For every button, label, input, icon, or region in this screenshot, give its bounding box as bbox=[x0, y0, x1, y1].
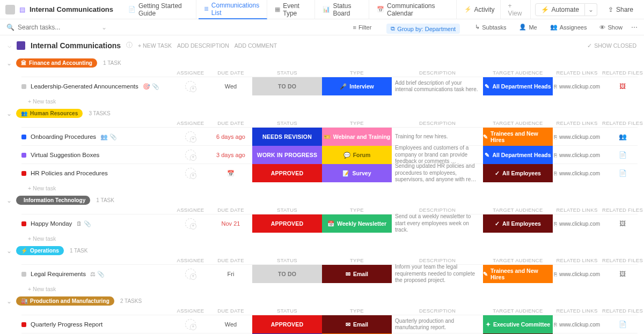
group-pill[interactable]: Information Technology bbox=[16, 196, 90, 205]
group-collapse-button[interactable]: ⌄ bbox=[6, 197, 12, 204]
status-cell[interactable]: APPROVED bbox=[252, 164, 322, 182]
groupby-button[interactable]: ⧉Group by: Department bbox=[386, 24, 460, 34]
status-square-icon[interactable] bbox=[21, 135, 26, 139]
tab-status-board[interactable]: 📊Status Board bbox=[317, 0, 369, 19]
status-cell[interactable]: APPROVED bbox=[252, 214, 322, 233]
add-assignee-icon[interactable] bbox=[185, 319, 196, 330]
search-caret-icon[interactable]: ⌄ bbox=[101, 24, 107, 31]
related-files-cell[interactable]: 🖼 bbox=[601, 220, 644, 227]
task-row[interactable]: Leadership-Generated Announcements 🎯 📎 W… bbox=[21, 77, 638, 95]
new-task-row[interactable]: + New task bbox=[28, 286, 638, 292]
tab-communications-calendar[interactable]: 📅Communications Calendar bbox=[371, 0, 456, 19]
automate-caret-button[interactable]: ⌄ bbox=[585, 3, 597, 16]
task-row[interactable]: Onboarding Procedures 👥 📎 6 days ago NEE… bbox=[21, 127, 638, 145]
new-task-row[interactable]: + New task bbox=[28, 235, 638, 242]
automate-button[interactable]: ⚡ Automate bbox=[535, 3, 585, 16]
target-audience-cell[interactable]: ✎All Department Heads bbox=[483, 146, 553, 164]
add-assignee-icon[interactable] bbox=[185, 269, 196, 279]
target-audience-cell[interactable]: ✎All Department Heads bbox=[483, 77, 553, 95]
description-cell[interactable]: Employees and customers of a company or … bbox=[392, 145, 483, 165]
group-collapse-button[interactable]: ⌄ bbox=[6, 60, 12, 67]
add-description-button[interactable]: ADD DESCRIPTION bbox=[177, 42, 229, 49]
group-pill[interactable]: 🏭 Production and Manufacturing bbox=[16, 296, 114, 306]
description-cell[interactable]: Inform your team the legal requirements … bbox=[392, 264, 483, 284]
info-icon[interactable]: ⓘ bbox=[126, 41, 133, 50]
status-square-icon[interactable] bbox=[21, 221, 26, 226]
related-link-cell[interactable]: ⎘www.clickup.com bbox=[553, 84, 601, 90]
description-cell[interactable]: Sending updated HR policies and procedur… bbox=[392, 163, 483, 183]
description-cell[interactable]: Training for new hires. bbox=[392, 133, 483, 140]
group-pill[interactable]: 👥 Human Resources bbox=[16, 109, 83, 118]
assignee-cell[interactable] bbox=[172, 81, 209, 92]
tab-activity[interactable]: ⚡Activity bbox=[459, 0, 501, 19]
due-date-cell[interactable]: Wed bbox=[209, 83, 252, 90]
task-title[interactable]: Legal Requirements bbox=[31, 271, 86, 277]
add-assignee-icon[interactable] bbox=[185, 81, 196, 92]
type-cell[interactable]: ✉Email bbox=[322, 265, 392, 283]
related-files-cell[interactable]: 🖼 bbox=[601, 83, 644, 90]
task-attachment-icons[interactable]: 👥 📎 bbox=[100, 133, 117, 140]
task-row[interactable]: Legal Requirements ⚖ 📎 Fri TO DO ✉Email … bbox=[21, 264, 638, 283]
task-row[interactable]: Happy Monday 🗓 📎 Nov 21 APPROVED 📅Weekly… bbox=[21, 214, 638, 232]
due-date-cell[interactable]: Fri bbox=[209, 271, 252, 277]
target-audience-cell[interactable]: ✎Trainees and New Hires bbox=[483, 265, 553, 283]
status-square-icon[interactable] bbox=[21, 322, 26, 327]
due-date-cell[interactable]: Wed bbox=[209, 321, 252, 328]
target-audience-cell[interactable]: ✎Trainees and New Hires bbox=[483, 128, 553, 146]
target-audience-cell[interactable]: ✦Executive Committee bbox=[483, 315, 553, 333]
related-link-cell[interactable]: ⎘www.clickup.com bbox=[553, 322, 601, 328]
task-title[interactable]: Quarterly Progress Report bbox=[31, 321, 103, 328]
status-square-icon[interactable] bbox=[21, 84, 26, 89]
related-files-cell[interactable]: 📄 bbox=[601, 169, 644, 177]
assignee-cell[interactable] bbox=[172, 319, 209, 330]
show-closed-button[interactable]: ✓SHOW CLOSED bbox=[587, 42, 636, 49]
due-date-cell[interactable]: 3 days ago bbox=[209, 152, 252, 158]
new-task-row[interactable]: + New task bbox=[28, 185, 638, 191]
status-square-icon[interactable] bbox=[21, 153, 26, 158]
status-square-icon[interactable] bbox=[21, 272, 26, 277]
related-files-cell[interactable]: 📄 bbox=[601, 321, 644, 328]
task-title[interactable]: Virtual Suggestion Boxes bbox=[31, 152, 99, 158]
new-task-row[interactable]: + New task bbox=[28, 98, 638, 105]
related-link-cell[interactable]: ⎘www.clickup.com bbox=[553, 170, 601, 176]
me-button[interactable]: 👤Me bbox=[515, 22, 541, 32]
task-row[interactable]: Quarterly Progress Report Wed APPROVED ✉… bbox=[21, 315, 638, 333]
related-files-cell[interactable]: 👥 bbox=[601, 133, 644, 140]
share-button[interactable]: ⇪ Share bbox=[603, 4, 639, 16]
related-files-cell[interactable]: 📄 bbox=[601, 151, 644, 159]
tab-event-type[interactable]: ▦Event Type bbox=[269, 0, 315, 19]
filter-button[interactable]: ≡Filter bbox=[348, 23, 376, 32]
more-options-button[interactable]: ⋯ bbox=[631, 24, 638, 31]
description-cell[interactable]: Add brief description of your internal c… bbox=[392, 80, 483, 93]
type-cell[interactable]: 🎫Webinar and Training bbox=[322, 128, 392, 146]
add-assignee-icon[interactable] bbox=[185, 218, 196, 229]
collapse-icon[interactable]: ⌵ bbox=[8, 42, 11, 49]
status-cell[interactable]: WORK IN PROGRESS bbox=[252, 146, 322, 164]
search-input[interactable] bbox=[18, 24, 98, 31]
task-title[interactable]: Happy Monday bbox=[31, 220, 72, 227]
new-task-button[interactable]: + NEW TASK bbox=[138, 42, 172, 49]
due-date-cell[interactable]: Nov 21 bbox=[209, 220, 252, 227]
status-square-icon[interactable] bbox=[21, 171, 26, 176]
related-files-cell[interactable]: 🖼 bbox=[601, 270, 644, 278]
assignee-cell[interactable] bbox=[172, 131, 209, 142]
assignee-cell[interactable] bbox=[172, 150, 209, 160]
group-collapse-button[interactable]: ⌄ bbox=[6, 110, 12, 117]
group-collapse-button[interactable]: ⌄ bbox=[6, 247, 12, 255]
target-audience-cell[interactable]: ✓All Employees bbox=[483, 164, 553, 182]
add-assignee-icon[interactable] bbox=[185, 168, 196, 179]
assignee-cell[interactable] bbox=[172, 269, 209, 279]
description-cell[interactable]: Quarterly production and manufacturing r… bbox=[392, 318, 483, 331]
add-assignee-icon[interactable] bbox=[185, 131, 196, 142]
task-title[interactable]: HR Policies and Procedures bbox=[31, 170, 108, 176]
target-audience-cell[interactable]: ✓All Employees bbox=[483, 214, 553, 233]
task-title[interactable]: Leadership-Generated Announcements bbox=[31, 83, 138, 90]
status-cell[interactable]: APPROVED bbox=[252, 315, 322, 333]
task-title[interactable]: Onboarding Procedures bbox=[31, 133, 96, 140]
show-button[interactable]: 👁Show bbox=[595, 23, 627, 32]
tab-communications-list[interactable]: ≣Communications List bbox=[199, 0, 267, 19]
related-link-cell[interactable]: ⎘www.clickup.com bbox=[553, 221, 601, 227]
group-pill[interactable]: 🏛 Finance and Accounting bbox=[16, 58, 97, 68]
status-cell[interactable]: TO DO bbox=[252, 265, 322, 283]
assignee-cell[interactable] bbox=[172, 168, 209, 179]
